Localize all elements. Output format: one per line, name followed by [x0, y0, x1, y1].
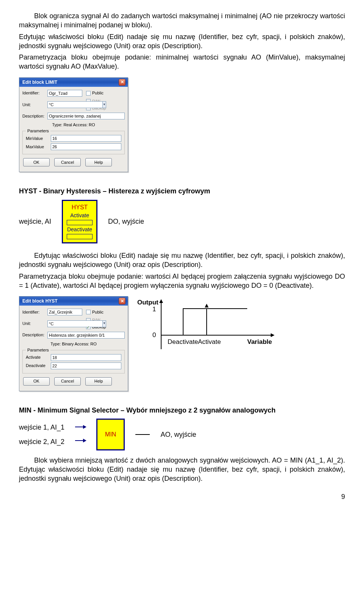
min-output-connector [135, 434, 150, 435]
cancel-button[interactable]: Cancel [54, 377, 81, 386]
min-block: MIN [96, 419, 125, 450]
label-public: Public [92, 90, 104, 96]
diagram-hyst: wejście, AI HYST Activate Deactivate DO,… [19, 200, 345, 243]
paragraph-limit-params: Parametryzacja bloku obejmuje podanie: m… [19, 53, 345, 71]
checkbox-public[interactable]: Public [86, 309, 104, 315]
hyst-input-label: wejście, AI [19, 217, 51, 226]
waveform-level-0: 0 [152, 331, 156, 340]
min-input2-label: wejście 2, AI_2 [19, 437, 64, 446]
input-unit[interactable] [47, 320, 102, 327]
legend-parameters: Parameters [26, 128, 50, 134]
hyst-block-title: HYST [67, 203, 93, 212]
ok-button[interactable]: OK [23, 377, 50, 386]
dialog-edit-block-limit: Edit block LIMIT ✕ Identifier: Public Un… [19, 77, 128, 173]
label-minvalue: MinValue [26, 136, 51, 141]
min-output-label: AO, wyjście [160, 430, 196, 439]
paragraph-limit-edit: Edytując właściwości bloku (Edit) nadaje… [19, 32, 345, 51]
legend-parameters: Parameters [26, 347, 50, 353]
section-title-hyst: HYST - Binary Hysteresis – Histereza z w… [19, 187, 345, 196]
label-maxvalue: MaxValue [26, 144, 51, 150]
titlebar[interactable]: Edit block LIMIT ✕ [19, 78, 128, 87]
help-button[interactable]: Help [85, 158, 112, 166]
help-button[interactable]: Help [85, 377, 112, 386]
input-maxvalue[interactable] [51, 143, 121, 150]
chevron-down-icon[interactable]: ▼ [102, 320, 106, 327]
label-description: Description: [22, 332, 47, 338]
input-minvalue[interactable] [51, 135, 121, 142]
ok-button[interactable]: OK [23, 158, 50, 166]
label-identifier: Identifier: [22, 309, 47, 315]
group-parameters: Parameters Activate Deactivate [22, 350, 125, 373]
label-public: Public [92, 309, 104, 315]
page-number: 9 [19, 492, 345, 501]
paragraph-hyst-edit: Edytując właściwości bloku (Edit) nadaje… [19, 251, 345, 270]
hysteresis-waveform: Output 1 0 Deactivate Activate Variable [137, 292, 274, 349]
input-description[interactable] [47, 332, 125, 339]
section-title-min: MIN - Minimum Signal Selector – Wybór mn… [19, 406, 345, 415]
close-icon[interactable]: ✕ [119, 79, 126, 86]
input-unit[interactable] [47, 101, 102, 108]
waveform-level-1: 1 [152, 305, 156, 314]
label-unit: Unit: [22, 102, 47, 108]
paragraph-hyst-params: Parametryzacja bloku obejmuje podanie: w… [19, 272, 345, 290]
diagram-min: wejście 1, AI_1 wejście 2, AI_2 MIN AO, … [19, 419, 345, 450]
hyst-deactivate-field [67, 234, 93, 239]
paragraph-limit-intro: Blok ogranicza sygnał AI do zadanych war… [19, 11, 345, 30]
group-parameters: Parameters MinValue MaxValue [22, 131, 125, 154]
input-deactivate[interactable] [51, 362, 121, 369]
min-input1-label: wejście 1, AI_1 [19, 423, 64, 432]
dialog-title: Edit block HYST [22, 298, 58, 304]
close-icon[interactable]: ✕ [119, 298, 126, 304]
hyst-activate-field [67, 220, 93, 225]
label-description: Description: [22, 113, 47, 119]
hyst-output-label: DO, wyjście [108, 217, 144, 226]
waveform-variable-label: Variable [247, 338, 272, 347]
dialog-title: Edit block LIMIT [22, 79, 57, 85]
chevron-down-icon[interactable]: ▼ [102, 101, 106, 108]
hyst-deactivate-label: Deactivate [67, 226, 93, 233]
input-identifier[interactable] [47, 90, 82, 97]
input-identifier[interactable] [47, 309, 82, 315]
input-description[interactable] [47, 113, 125, 119]
dialog-edit-block-hyst: Edit block HYST ✕ Identifier: Public Uni… [19, 296, 128, 391]
paragraph-min: Blok wybiera mniejszą wartość z dwóch an… [19, 456, 345, 483]
label-activate: Activate [26, 355, 51, 360]
label-deactivate: Deactivate [26, 363, 51, 369]
hyst-block: HYST Activate Deactivate [62, 200, 97, 243]
titlebar[interactable]: Edit block HYST ✕ [19, 296, 128, 306]
input-activate[interactable] [51, 354, 121, 361]
cancel-button[interactable]: Cancel [54, 158, 81, 166]
waveform-deactivate-label: Deactivate [168, 338, 198, 347]
min-connectors [75, 420, 86, 449]
checkbox-public[interactable]: Public [86, 90, 104, 96]
waveform-activate-label: Activate [198, 338, 221, 347]
label-unit: Unit: [22, 321, 47, 326]
hyst-activate-label: Activate [67, 212, 93, 219]
label-identifier: Identifier: [22, 90, 47, 96]
